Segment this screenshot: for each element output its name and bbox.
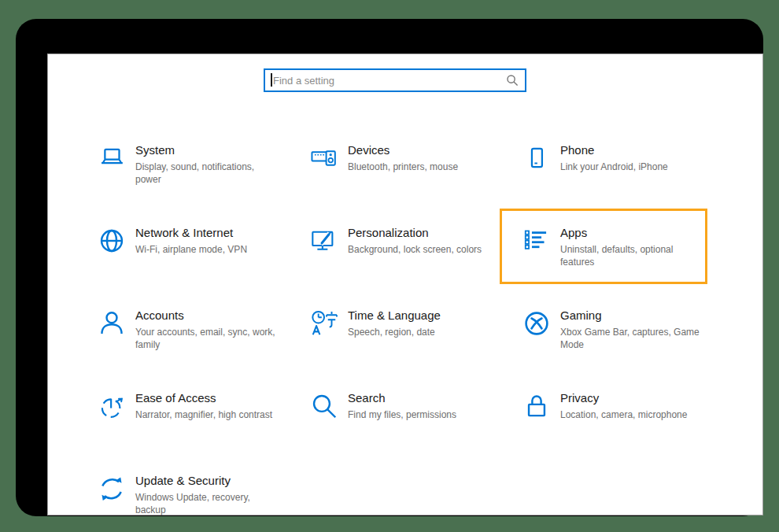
tile-title: Update & Security (135, 473, 275, 489)
xbox-icon (522, 308, 552, 338)
tile-title: Accounts (135, 308, 275, 323)
tile-title: Network & Internet (135, 225, 247, 241)
tile-title: Apps (560, 225, 700, 241)
keyboard-speaker-icon (309, 143, 339, 173)
settings-tile-time-language[interactable]: Time & LanguageSpeech, region, date (298, 297, 511, 380)
tile-subtitle: Find my files, permissions (348, 408, 456, 421)
tile-title: Gaming (560, 308, 700, 323)
tile-text: PhoneLink your Android, iPhone (560, 142, 668, 173)
tile-title: Personalization (348, 225, 482, 241)
tile-title: Search (348, 390, 456, 406)
tile-text: AccountsYour accounts, email, sync, work… (135, 308, 275, 351)
magnifier-icon (309, 391, 339, 421)
tile-subtitle: Background, lock screen, colors (348, 243, 482, 256)
tile-text: Time & LanguageSpeech, region, date (348, 308, 441, 338)
settings-tile-personalization[interactable]: PersonalizationBackground, lock screen, … (298, 215, 511, 297)
tile-subtitle: Bluetooth, printers, mouse (348, 161, 458, 173)
tile-subtitle: Windows Update, recovery, backup (135, 491, 275, 516)
tile-text: AppsUninstall, defaults, optional featur… (560, 225, 700, 268)
text-caret (271, 73, 272, 87)
monitor-brush-icon (309, 226, 339, 256)
settings-tile-apps[interactable]: AppsUninstall, defaults, optional featur… (511, 215, 723, 297)
search-box[interactable] (264, 68, 526, 92)
globe-icon (97, 226, 127, 256)
ease-of-access-icon (97, 391, 127, 421)
tile-subtitle: Link your Android, iPhone (560, 161, 668, 173)
tile-subtitle: Location, camera, microphone (560, 408, 687, 421)
tile-title: Phone (560, 142, 668, 158)
settings-tile-system[interactable]: SystemDisplay, sound, notifications, pow… (86, 132, 298, 215)
tile-text: Update & SecurityWindows Update, recover… (135, 473, 275, 516)
tile-text: PersonalizationBackground, lock screen, … (348, 225, 482, 256)
tile-title: Devices (348, 142, 458, 158)
settings-tile-devices[interactable]: DevicesBluetooth, printers, mouse (298, 132, 511, 215)
tile-subtitle: Narrator, magnifier, high contrast (135, 408, 272, 421)
tile-title: System (135, 142, 275, 158)
search-icon (506, 74, 519, 87)
tile-subtitle: Display, sound, notifications, power (135, 161, 275, 186)
settings-tile-phone[interactable]: PhoneLink your Android, iPhone (511, 132, 723, 215)
lock-icon (522, 391, 552, 421)
tile-title: Privacy (560, 390, 687, 406)
tile-text: Network & InternetWi-Fi, airplane mode, … (135, 225, 247, 256)
settings-tile-search[interactable]: SearchFind my files, permissions (298, 380, 511, 463)
tile-text: GamingXbox Game Bar, captures, Game Mode (560, 308, 700, 351)
settings-tile-accounts[interactable]: AccountsYour accounts, email, sync, work… (86, 297, 298, 380)
tile-title: Ease of Access (135, 390, 272, 406)
settings-tile-privacy[interactable]: PrivacyLocation, camera, microphone (511, 380, 723, 463)
settings-grid: SystemDisplay, sound, notifications, pow… (86, 132, 723, 532)
tile-text: SystemDisplay, sound, notifications, pow… (135, 142, 275, 186)
laptop-icon (97, 143, 127, 173)
person-icon (97, 308, 127, 338)
settings-tile-gaming[interactable]: GamingXbox Game Bar, captures, Game Mode (511, 297, 723, 380)
sync-arrows-icon (97, 474, 127, 504)
settings-tile-update-security[interactable]: Update & SecurityWindows Update, recover… (86, 463, 298, 532)
tile-subtitle: Speech, region, date (348, 326, 441, 338)
tile-title: Time & Language (348, 308, 441, 323)
clock-language-icon (309, 308, 339, 338)
tile-text: DevicesBluetooth, printers, mouse (348, 142, 458, 173)
search-input[interactable] (265, 75, 525, 87)
settings-window: SystemDisplay, sound, notifications, pow… (47, 54, 763, 515)
window-frame: SystemDisplay, sound, notifications, pow… (16, 19, 763, 516)
smartphone-icon (522, 143, 552, 173)
tile-text: PrivacyLocation, camera, microphone (560, 390, 687, 421)
tile-subtitle: Xbox Game Bar, captures, Game Mode (560, 326, 700, 351)
tile-subtitle: Wi-Fi, airplane mode, VPN (135, 243, 247, 256)
desktop-background: SystemDisplay, sound, notifications, pow… (0, 0, 779, 532)
tile-subtitle: Your accounts, email, sync, work, family (135, 326, 275, 351)
tile-subtitle: Uninstall, defaults, optional features (560, 243, 700, 268)
settings-tile-ease-of-access[interactable]: Ease of AccessNarrator, magnifier, high … (86, 380, 298, 463)
tile-text: Ease of AccessNarrator, magnifier, high … (135, 390, 272, 421)
app-list-icon (522, 226, 552, 256)
tile-text: SearchFind my files, permissions (348, 390, 456, 421)
settings-tile-network-internet[interactable]: Network & InternetWi-Fi, airplane mode, … (86, 215, 298, 297)
